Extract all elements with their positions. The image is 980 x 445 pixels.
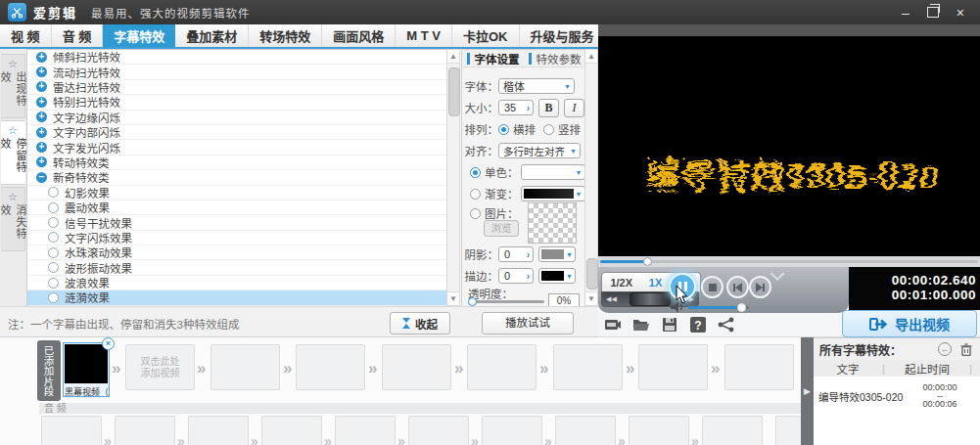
effect-group-expanded[interactable]: −新奇特效类 bbox=[27, 170, 446, 185]
speed-half-button[interactable]: 1/2X bbox=[610, 277, 632, 289]
empty-audio-slot[interactable] bbox=[115, 416, 175, 445]
scroll-down-icon[interactable]: ▼ bbox=[585, 291, 597, 305]
media-info-icon[interactable] bbox=[604, 317, 622, 333]
tab-transition-effects[interactable]: 转场特效 bbox=[249, 24, 322, 47]
shadow-stepper[interactable]: 0› bbox=[498, 246, 534, 262]
opacity-slider[interactable] bbox=[470, 300, 544, 303]
added-segments-tab[interactable]: 已添加片段 bbox=[37, 340, 61, 401]
scroll-up-icon[interactable]: ▲ bbox=[447, 50, 459, 64]
scroll-down-icon[interactable]: ▼ bbox=[447, 291, 459, 305]
sidebar-tab-disappear-effects[interactable]: ☆ 消失特效 bbox=[1, 187, 25, 251]
empty-audio-slot[interactable] bbox=[482, 416, 542, 445]
align-select[interactable]: 多行时左对齐▼ bbox=[498, 143, 581, 158]
add-video-placeholder[interactable]: 双击此处 添加视频 bbox=[125, 344, 195, 390]
tab-effect-params[interactable]: 特效参数 bbox=[524, 51, 585, 67]
export-video-button[interactable]: 导出视频 bbox=[842, 310, 977, 337]
image-radio[interactable] bbox=[470, 208, 481, 219]
effects-scrollbar[interactable]: ▲ ▼ bbox=[446, 49, 460, 306]
next-frame-button[interactable] bbox=[749, 276, 771, 298]
tab-overlay-material[interactable]: 叠加素材 bbox=[175, 24, 249, 47]
tab-font-settings[interactable]: 字体设置 bbox=[462, 51, 524, 67]
chevron-down-icon[interactable] bbox=[770, 267, 784, 281]
effect-item-selected[interactable]: 涟漪效果 bbox=[27, 290, 446, 305]
scroll-up-icon[interactable]: ▲ bbox=[585, 50, 597, 64]
empty-clip-slot[interactable] bbox=[467, 344, 537, 390]
effect-item[interactable]: 震动效果 bbox=[27, 200, 446, 215]
effect-item[interactable]: 文字闪烁效果 bbox=[27, 231, 446, 245]
expand-plus-icon[interactable]: + bbox=[36, 81, 47, 92]
effect-item[interactable]: 水珠滚动效果 bbox=[27, 245, 446, 260]
tab-upgrade-services[interactable]: 升级与服务 bbox=[520, 24, 605, 47]
collapse-minus-icon[interactable]: − bbox=[36, 172, 47, 183]
collapse-button[interactable]: 收起 bbox=[390, 312, 450, 334]
vertical-radio[interactable] bbox=[543, 124, 554, 135]
solid-color-picker[interactable]: ▼ bbox=[521, 164, 585, 180]
expand-plus-icon[interactable]: + bbox=[36, 127, 47, 138]
effect-item[interactable]: +流动扫光特效 bbox=[27, 65, 446, 79]
empty-clip-slot[interactable] bbox=[724, 344, 794, 390]
playback-progress-bar[interactable] bbox=[598, 256, 980, 267]
previous-frame-button[interactable] bbox=[726, 276, 749, 298]
tab-audio[interactable]: 音 频 bbox=[52, 24, 104, 47]
tab-subtitle-effects[interactable]: 字幕特效 bbox=[103, 24, 175, 47]
sidebar-tab-appear-effects[interactable]: ☆ 出现特效 bbox=[1, 54, 25, 118]
gradient-radio[interactable] bbox=[470, 189, 481, 200]
empty-audio-slot[interactable] bbox=[775, 416, 801, 445]
effect-item[interactable]: +文字边缘闪烁 bbox=[27, 111, 446, 125]
clip-thumbnail[interactable] bbox=[65, 344, 108, 383]
empty-audio-slot[interactable] bbox=[188, 416, 249, 445]
horizontal-radio[interactable] bbox=[498, 124, 509, 135]
effect-item[interactable]: +雷达扫光特效 bbox=[27, 80, 446, 95]
expand-plus-icon[interactable]: + bbox=[36, 142, 47, 153]
progress-handle[interactable] bbox=[643, 257, 652, 266]
share-icon[interactable] bbox=[718, 317, 735, 333]
timeline-clip-selected[interactable]: 黑幕视频（1... × bbox=[63, 342, 110, 397]
empty-audio-slot[interactable] bbox=[629, 416, 689, 445]
font-family-select[interactable]: 楷体▼ bbox=[498, 78, 575, 94]
undo-icon[interactable]: ← bbox=[938, 342, 952, 356]
save-icon[interactable] bbox=[661, 317, 678, 333]
scroll-thumb[interactable] bbox=[586, 258, 598, 289]
remove-clip-icon[interactable]: × bbox=[102, 337, 115, 350]
video-preview[interactable]: 编导特效0305-020 bbox=[598, 36, 980, 256]
scroll-thumb[interactable] bbox=[448, 67, 460, 116]
empty-audio-slot[interactable] bbox=[702, 416, 763, 445]
italic-button[interactable]: I bbox=[564, 99, 584, 117]
empty-clip-slot[interactable] bbox=[553, 344, 623, 390]
help-icon[interactable]: ? bbox=[689, 317, 707, 333]
effect-item[interactable]: 幻影效果 bbox=[27, 186, 446, 200]
effect-item[interactable]: +文字内部闪烁 bbox=[27, 125, 446, 140]
effect-item[interactable]: 波浪效果 bbox=[27, 276, 446, 290]
close-button[interactable]: × bbox=[957, 6, 964, 20]
trash-icon[interactable] bbox=[960, 343, 972, 356]
tab-picture-style[interactable]: 画面风格 bbox=[322, 24, 396, 47]
tab-mtv[interactable]: M T V bbox=[396, 24, 452, 47]
expand-plus-icon[interactable]: + bbox=[36, 156, 47, 167]
shadow-color-picker[interactable]: ▼ bbox=[538, 246, 576, 262]
solid-color-radio[interactable] bbox=[470, 167, 481, 178]
empty-audio-slot[interactable] bbox=[408, 416, 469, 445]
empty-clip-slot[interactable] bbox=[638, 344, 708, 390]
sidebar-tab-stay-effects[interactable]: ☆ 停留特效 bbox=[1, 120, 25, 185]
empty-audio-slot[interactable] bbox=[555, 416, 616, 445]
stroke-color-picker[interactable]: ▼ bbox=[538, 268, 576, 284]
effect-item[interactable]: +倾斜扫光特效 bbox=[27, 50, 446, 65]
subtitle-row[interactable]: 编导特效0305-020 00:00:00 -- 00:00:06 bbox=[814, 380, 980, 412]
font-size-stepper[interactable]: 35› bbox=[498, 100, 534, 115]
empty-audio-slot[interactable] bbox=[41, 416, 102, 445]
minimize-button[interactable]: – bbox=[902, 6, 910, 20]
effect-item[interactable]: 波形振动效果 bbox=[27, 260, 446, 275]
play-test-button[interactable]: 播放试试 bbox=[482, 312, 574, 334]
effect-item[interactable]: +特别扫光特效 bbox=[27, 95, 446, 110]
tab-video[interactable]: 视 频 bbox=[0, 24, 52, 47]
effect-item[interactable]: 信号干扰效果 bbox=[27, 215, 446, 230]
expand-plus-icon[interactable]: + bbox=[36, 111, 47, 122]
expand-plus-icon[interactable]: + bbox=[36, 67, 47, 77]
restore-button[interactable] bbox=[927, 7, 939, 18]
jog-knob[interactable] bbox=[630, 292, 671, 306]
empty-clip-slot[interactable] bbox=[210, 344, 280, 390]
stroke-stepper[interactable]: 0› bbox=[498, 268, 534, 284]
speed-1x-button[interactable]: 1X bbox=[649, 277, 662, 289]
opacity-slider-knob[interactable] bbox=[468, 297, 477, 306]
effect-item[interactable]: +转动特效类 bbox=[27, 156, 446, 170]
